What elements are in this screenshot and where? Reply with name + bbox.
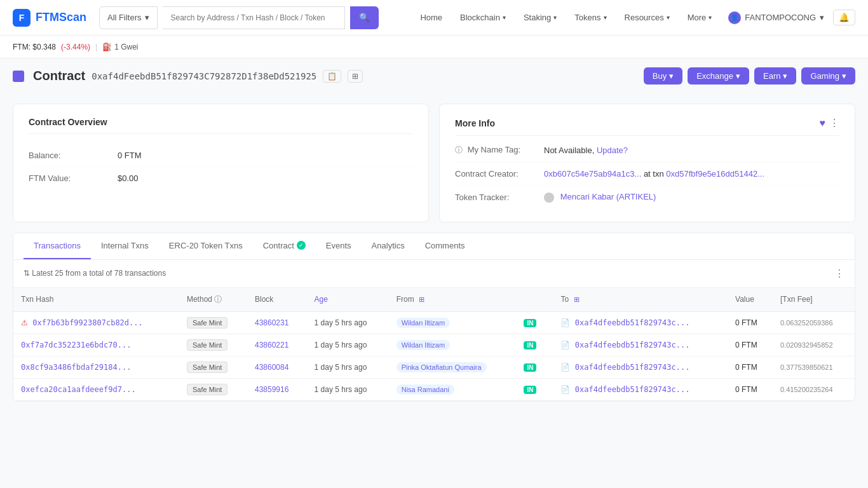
txn-hash-link[interactable]: 0xefca20ca1aafdeeef9d7...: [21, 385, 136, 394]
chevron-down-icon: ▾: [820, 13, 824, 22]
name-tag-value: Not Available, Update?: [544, 146, 628, 155]
to-filter-icon[interactable]: ⊞: [574, 295, 580, 303]
qr-code-button[interactable]: ⊞: [348, 70, 363, 83]
txn-hash-link[interactable]: 0xf7a7dc352231e6bdc70...: [21, 341, 131, 349]
block-link[interactable]: 43860084: [255, 363, 288, 372]
name-tag-label-text: My Name Tag:: [468, 145, 521, 154]
col-fee: [Txn Fee]: [773, 288, 855, 312]
nav-blockchain[interactable]: Blockchain ▾: [452, 9, 513, 26]
txn-hash-link[interactable]: 0x8cf9a3486fbdaf29184...: [21, 363, 131, 372]
ftm-value: $0.00: [118, 173, 139, 183]
more-info-actions: ♥ ⋮: [820, 117, 840, 129]
col-txn-hash: Txn Hash: [13, 288, 179, 312]
sub-header: FTM: $0.348 (-3.44%) | ⛽ 1 Gwei: [0, 36, 868, 58]
txn-hash-link[interactable]: 0xf7b63bf9923807cb82d...: [32, 318, 142, 327]
update-link[interactable]: Update?: [597, 146, 628, 155]
to-address-link[interactable]: 0xaf4dfeebdb51f829743c...: [575, 341, 690, 349]
table-row: 0x8cf9a3486fbdaf29184... Safe Mint 43860…: [13, 356, 855, 378]
method-badge: Safe Mint: [187, 362, 227, 373]
block-link[interactable]: 43860231: [255, 318, 288, 327]
tab-internal-txns[interactable]: Internal Txns: [91, 233, 159, 259]
cell-txn-hash: 0xf7a7dc352231e6bdc70...: [13, 334, 179, 356]
exchange-button[interactable]: Exchange ▾: [688, 67, 749, 85]
gaming-label: Gaming: [810, 71, 839, 81]
tab-contract[interactable]: Contract ✓: [253, 233, 316, 259]
overview-cards: Contract Overview Balance: 0 FTM FTM Val…: [13, 104, 855, 222]
to-address-link[interactable]: 0xaf4dfeebdb51f829743c...: [575, 363, 690, 372]
notifications-button[interactable]: 🔔: [833, 10, 855, 25]
cell-txn-hash: 0xefca20ca1aafdeeef9d7...: [13, 378, 179, 400]
nav-staking-label: Staking: [524, 13, 551, 22]
balance-row: Balance: 0 FTM: [29, 144, 413, 167]
search-button[interactable]: 🔍: [350, 6, 379, 29]
buy-button[interactable]: Buy ▾: [644, 67, 682, 85]
separator: |: [95, 43, 97, 51]
table-row: ⚠ 0xf7b63bf9923807cb82d... Safe Mint 438…: [13, 311, 855, 334]
tracker-row: Token Tracker: Mencari Kabar (ARTIKEL): [455, 186, 839, 209]
cell-age: 1 day 5 hrs ago: [307, 334, 389, 356]
cell-to: 📄 0xaf4dfeebdb51f829743c...: [553, 334, 728, 356]
copy-address-button[interactable]: 📋: [323, 70, 341, 83]
chevron-down-icon: ▾: [736, 71, 740, 81]
tab-comments[interactable]: Comments: [415, 233, 475, 259]
nav-resources[interactable]: Resources ▾: [617, 9, 677, 26]
filter-button[interactable]: All Filters ▾: [99, 6, 158, 29]
tab-transactions[interactable]: Transactions: [24, 233, 91, 259]
logo-text: FTMScan: [36, 11, 86, 24]
nav-staking[interactable]: Staking ▾: [516, 9, 564, 26]
chevron-down-icon: ▾: [667, 14, 670, 21]
table-count: 78: [114, 269, 123, 278]
table-summary: ⇅ Latest 25 from a total of 78 transacti…: [24, 269, 166, 278]
cell-block: 43859916: [247, 378, 307, 400]
method-help-icon[interactable]: ⓘ: [214, 295, 222, 304]
tab-erc20[interactable]: ERC-20 Token Txns: [159, 233, 253, 259]
nav-more[interactable]: More ▾: [680, 9, 720, 26]
direction-badge: IN: [524, 341, 536, 349]
search-icon: 🔍: [359, 13, 370, 22]
cell-block: 43860221: [247, 334, 307, 356]
from-address-badge[interactable]: Wildan Iltizam: [397, 340, 450, 350]
contract-icon: 📄: [560, 385, 570, 394]
from-address-badge[interactable]: Wildan Iltizam: [397, 318, 450, 328]
search-input[interactable]: [163, 6, 345, 29]
gaming-button[interactable]: Gaming ▾: [801, 67, 855, 85]
logo[interactable]: F FTMScan: [13, 9, 86, 27]
earn-button[interactable]: Earn ▾: [754, 67, 796, 85]
tab-events-label: Events: [326, 241, 351, 250]
nav-blockchain-label: Blockchain: [460, 13, 500, 22]
creator-txn-link[interactable]: 0xd57fbf9e5e16dd51442...: [666, 169, 764, 179]
cell-age: 1 day 5 hrs ago: [307, 378, 389, 400]
name-tag-label: ⓘ My Name Tag:: [455, 145, 544, 156]
contract-color-block: [13, 71, 24, 82]
table-options-button[interactable]: ⋮: [834, 268, 844, 280]
contract-overview-card: Contract Overview Balance: 0 FTM FTM Val…: [13, 104, 429, 222]
favorite-button[interactable]: ♥: [820, 118, 826, 129]
tab-comments-label: Comments: [425, 241, 465, 250]
contract-icon: 📄: [560, 318, 570, 327]
tracker-value: Mencari Kabar (ARTIKEL): [544, 192, 656, 203]
bell-icon: 🔔: [839, 13, 850, 22]
cell-to: 📄 0xaf4dfeebdb51f829743c...: [553, 356, 728, 378]
nav-home[interactable]: Home: [412, 9, 450, 26]
more-options-button[interactable]: ⋮: [829, 117, 839, 129]
from-address-badge[interactable]: Nisa Ramadani: [397, 384, 454, 395]
nav-tokens[interactable]: Tokens ▾: [567, 9, 614, 26]
tabs-container: Transactions Internal Txns ERC-20 Token …: [13, 233, 855, 402]
nav-home-label: Home: [420, 13, 442, 22]
block-link[interactable]: 43860221: [255, 341, 288, 349]
user-menu-button[interactable]: 👤 FANTOMPOCONG ▾: [722, 8, 831, 28]
from-address-badge[interactable]: Pinka Oktafiatun Qumaira: [397, 362, 487, 372]
tab-events[interactable]: Events: [316, 233, 362, 259]
cell-age: 1 day 5 hrs ago: [307, 356, 389, 378]
tracker-link[interactable]: Mencari Kabar (ARTIKEL): [560, 192, 656, 201]
block-link[interactable]: 43859916: [255, 385, 288, 394]
cell-fee: 0.063252059386: [773, 311, 855, 334]
creator-address-link[interactable]: 0xb607c54e75ab94a1c3...: [544, 169, 641, 179]
col-age[interactable]: Age: [307, 288, 389, 312]
to-address-link[interactable]: 0xaf4dfeebdb51f829743c...: [575, 318, 690, 327]
to-address-link[interactable]: 0xaf4dfeebdb51f829743c...: [575, 385, 690, 394]
direction-badge: IN: [524, 319, 536, 327]
tab-analytics[interactable]: Analytics: [362, 233, 415, 259]
help-icon[interactable]: ⓘ: [455, 146, 463, 154]
from-filter-icon[interactable]: ⊞: [419, 295, 424, 303]
